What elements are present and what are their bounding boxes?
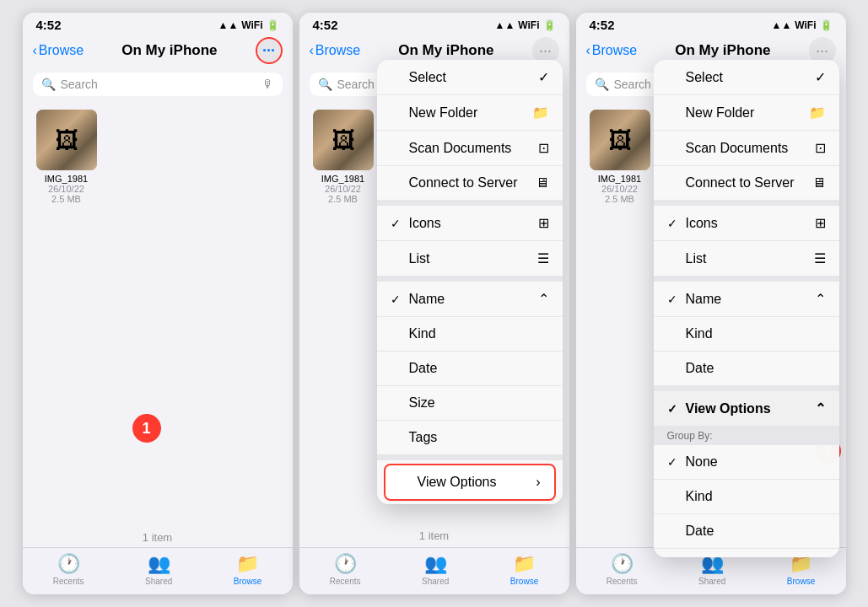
group-date-3[interactable]: Date xyxy=(654,514,839,549)
menu-scan-2[interactable]: Scan Documents ⊡ xyxy=(377,131,563,166)
menu-kind-3[interactable]: Kind xyxy=(654,317,839,352)
menu-tags-label-2: Tags xyxy=(409,430,549,445)
menu-size-label-2: Size xyxy=(409,395,549,411)
menu-tags-2[interactable]: Tags xyxy=(377,421,563,455)
back-chevron-3: ‹ xyxy=(586,43,590,58)
menu-connect-3[interactable]: Connect to Server 🖥 xyxy=(654,166,839,201)
file-item-3[interactable]: 🖼 IMG_1981 26/10/22 2.5 MB xyxy=(586,110,654,204)
menu-new-folder-2[interactable]: New Folder 📁 xyxy=(377,95,563,131)
name-chevron-2: ⌃ xyxy=(538,291,549,307)
recents-label-1: Recents xyxy=(53,577,84,586)
menu-name-3[interactable]: ✓ Name ⌃ xyxy=(654,282,839,317)
tab-shared-2[interactable]: 👥 Shared xyxy=(422,553,449,586)
dropdown-menu-2: Select ✓ New Folder 📁 Scan Documents ⊡ C… xyxy=(377,60,563,504)
menu-date-3[interactable]: Date xyxy=(654,352,839,386)
browse-icon-1: 📁 xyxy=(236,553,259,575)
browse-label-1: Browse xyxy=(234,577,261,586)
recents-icon-3: 🕐 xyxy=(611,553,633,575)
folder-icon-3: 📁 xyxy=(809,105,826,121)
menu-list-2[interactable]: List ☰ xyxy=(377,241,563,277)
menu-connect-2[interactable]: Connect to Server 🖥 xyxy=(377,166,563,201)
recents-icon-1: 🕐 xyxy=(57,553,80,575)
menu-date-2[interactable]: Date xyxy=(377,352,563,386)
server-icon-3: 🖥 xyxy=(812,175,826,191)
menu-scan-label-2: Scan Documents xyxy=(409,141,538,156)
battery-icon: 🔋 xyxy=(267,19,279,31)
group-kind-label-3: Kind xyxy=(686,489,826,504)
menu-kind-label-2: Kind xyxy=(409,326,549,341)
tab-browse-2[interactable]: 📁 Browse xyxy=(510,553,538,586)
select-icon-3: ✓ xyxy=(815,69,826,85)
file-size-2: 2.5 MB xyxy=(328,194,358,204)
back-button-3[interactable]: ‹ Browse xyxy=(586,43,638,58)
menu-kind-2[interactable]: Kind xyxy=(377,317,563,352)
list-icon-2: ☰ xyxy=(537,250,549,266)
back-button-2[interactable]: ‹ Browse xyxy=(310,43,361,58)
back-button-1[interactable]: ‹ Browse xyxy=(33,43,84,58)
file-thumb-1: 🖼 xyxy=(36,110,97,170)
check-name-3: ✓ xyxy=(667,293,682,306)
item-count-2: 1 item xyxy=(299,523,569,545)
scan-icon-2: ⊡ xyxy=(538,140,549,156)
file-grid-1: 🖼 IMG_1981 26/10/22 2.5 MB xyxy=(23,103,293,524)
menu-connect-label-2: Connect to Server xyxy=(409,175,536,191)
search-bar-1[interactable]: 🔍 Search 🎙 xyxy=(33,73,283,96)
status-bar-1: 4:52 ▲▲ WiFi 🔋 xyxy=(23,13,293,34)
nav-title-2: On My iPhone xyxy=(398,42,493,59)
menu-view-options-2[interactable]: View Options › xyxy=(384,464,556,501)
phone-screen-1: 4:52 ▲▲ WiFi 🔋 ‹ Browse On My iPhone ···… xyxy=(23,13,293,594)
tab-shared-3[interactable]: 👥 Shared xyxy=(698,553,725,586)
file-size-1: 2.5 MB xyxy=(51,194,81,204)
menu-new-folder-3[interactable]: New Folder 📁 xyxy=(654,95,839,131)
menu-new-folder-label-2: New Folder xyxy=(409,105,532,121)
tab-recents-2[interactable]: 🕐 Recents xyxy=(330,553,361,586)
shared-icon-2: 👥 xyxy=(424,553,447,575)
scan-icon-3: ⊡ xyxy=(815,140,826,156)
menu-scan-3[interactable]: Scan Documents ⊡ xyxy=(654,131,839,166)
menu-view-options-label-3: View Options xyxy=(686,401,815,416)
file-item-2[interactable]: 🖼 IMG_1981 26/10/22 2.5 MB xyxy=(310,110,377,204)
more-button-1[interactable]: ··· xyxy=(256,37,283,64)
group-none-label-3: None xyxy=(686,454,826,470)
file-image-2: 🖼 xyxy=(313,110,374,170)
menu-icons-2[interactable]: ✓ Icons ⊞ xyxy=(377,206,563,241)
menu-list-3[interactable]: List ☰ xyxy=(654,241,839,277)
menu-name-label-3: Name xyxy=(686,292,815,307)
menu-view-options-header-3[interactable]: ✓ View Options ⌃ xyxy=(654,391,839,427)
group-size-3[interactable]: Size xyxy=(654,549,839,557)
nav-title-3: On My iPhone xyxy=(675,42,770,59)
nav-bar-1: ‹ Browse On My iPhone ··· xyxy=(23,34,293,69)
icons-grid-icon-2: ⊞ xyxy=(538,215,549,231)
group-none-3[interactable]: ✓ None xyxy=(654,445,839,480)
recents-label-3: Recents xyxy=(607,577,638,586)
phone-screen-2: 4:52 ▲▲ WiFi 🔋 ‹ Browse On My iPhone ···… xyxy=(299,13,569,594)
back-label-3: Browse xyxy=(592,43,637,58)
time-3: 4:52 xyxy=(590,18,615,32)
group-date-label-3: Date xyxy=(686,524,826,539)
time-1: 4:52 xyxy=(36,18,62,32)
nav-title-1: On My iPhone xyxy=(121,42,217,59)
menu-select-2[interactable]: Select ✓ xyxy=(377,60,563,95)
menu-scan-label-3: Scan Documents xyxy=(686,141,815,156)
signal-icon: ▲▲ xyxy=(218,19,239,31)
search-icon-1: 🔍 xyxy=(41,78,56,91)
tab-recents-1[interactable]: 🕐 Recents xyxy=(53,553,84,586)
battery-icon-3: 🔋 xyxy=(820,19,833,31)
menu-icons-3[interactable]: ✓ Icons ⊞ xyxy=(654,206,839,241)
file-item-1[interactable]: 🖼 IMG_1981 26/10/22 2.5 MB xyxy=(33,110,100,204)
mic-icon-1: 🎙 xyxy=(262,78,274,91)
browse-label-3: Browse xyxy=(787,577,815,586)
menu-size-2[interactable]: Size xyxy=(377,386,563,421)
tab-recents-3[interactable]: 🕐 Recents xyxy=(607,553,638,586)
tab-shared-1[interactable]: 👥 Shared xyxy=(145,553,172,586)
menu-list-label-2: List xyxy=(409,251,537,266)
check-icons-2: ✓ xyxy=(391,217,406,230)
file-date-2: 26/10/22 xyxy=(325,184,361,194)
menu-select-3[interactable]: Select ✓ xyxy=(654,60,839,95)
separator-3-2 xyxy=(377,455,563,460)
tab-browse-1[interactable]: 📁 Browse xyxy=(234,553,261,586)
menu-name-2[interactable]: ✓ Name ⌃ xyxy=(377,282,563,317)
shared-label-1: Shared xyxy=(145,577,172,586)
group-kind-3[interactable]: Kind xyxy=(654,480,839,514)
tab-browse-3[interactable]: 📁 Browse xyxy=(787,553,815,586)
